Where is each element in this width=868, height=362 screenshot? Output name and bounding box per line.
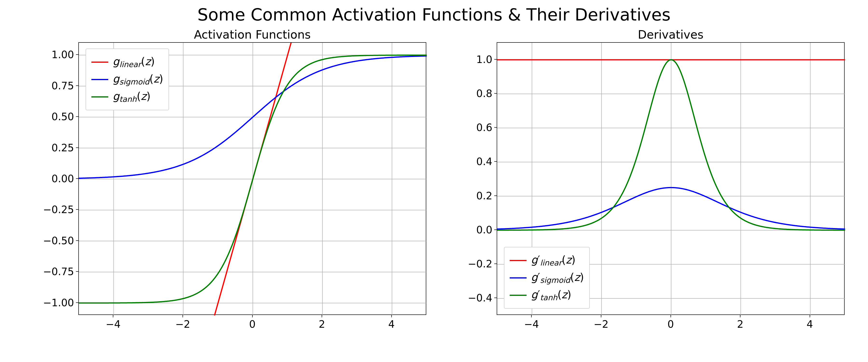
y-tick-label: −1.00: [43, 297, 74, 308]
legend-swatch: [510, 295, 527, 296]
y-tick-mark: [76, 302, 79, 303]
y-tick-label: 0.8: [476, 87, 492, 99]
y-tick-label: 0.25: [51, 142, 74, 154]
y-tick-mark: [76, 178, 79, 179]
legend-label: glinear(z): [113, 55, 155, 69]
y-tick-mark: [494, 161, 497, 162]
x-tick-mark: [322, 315, 322, 317]
y-tick-label: −0.2: [468, 258, 492, 270]
legend-swatch: [510, 260, 527, 261]
y-tick-mark: [494, 93, 497, 94]
x-tick-label: 2: [737, 318, 744, 330]
x-tick-mark: [601, 315, 601, 317]
y-tick-label: 0.75: [51, 80, 74, 91]
y-tick-label: −0.25: [43, 204, 74, 216]
legend-label: g′sigmoid(z): [531, 271, 584, 284]
y-tick-mark: [494, 59, 497, 60]
x-tick-label: −2: [175, 318, 190, 330]
x-tick-mark: [740, 315, 740, 317]
x-tick-label: −4: [524, 318, 539, 330]
y-tick-label: −0.75: [43, 266, 74, 278]
legend-label: g′tanh(z): [531, 288, 571, 302]
y-tick-label: −0.50: [43, 234, 74, 246]
x-tick-label: −2: [594, 318, 609, 330]
legend-item: g′sigmoid(z): [510, 269, 584, 286]
y-tick-mark: [76, 54, 79, 55]
figure: Some Common Activation Functions & Their…: [0, 0, 868, 362]
y-tick-mark: [76, 240, 79, 241]
legend-label: gsigmoid(z): [113, 73, 163, 86]
x-tick-label: 0: [668, 318, 674, 330]
x-tick-mark: [671, 315, 671, 317]
left-subplot-title: Activation Functions: [79, 28, 426, 41]
x-tick-mark: [252, 315, 253, 317]
legend-swatch: [91, 61, 108, 63]
legend-swatch: [91, 96, 108, 98]
right-legend: g′linear(z)g′sigmoid(z)g′tanh(z): [504, 247, 590, 309]
y-tick-mark: [494, 229, 497, 230]
y-tick-mark: [494, 127, 497, 128]
y-tick-mark: [494, 263, 497, 264]
y-tick-label: 0.50: [51, 111, 74, 122]
legend-item: glinear(z): [91, 53, 163, 71]
legend-label: g′linear(z): [531, 254, 576, 267]
y-tick-mark: [494, 298, 497, 298]
legend-item: g′tanh(z): [510, 286, 584, 304]
y-tick-mark: [76, 271, 79, 272]
y-tick-label: 0.0: [476, 224, 492, 235]
y-tick-mark: [76, 85, 79, 86]
x-tick-mark: [183, 315, 183, 317]
x-tick-mark: [113, 315, 113, 317]
x-tick-label: −4: [105, 318, 121, 330]
legend-swatch: [510, 277, 527, 278]
legend-swatch: [91, 79, 108, 80]
y-tick-label: 1.00: [51, 49, 74, 61]
y-tick-label: 0.00: [51, 173, 74, 185]
y-tick-label: −0.4: [468, 292, 492, 304]
x-tick-label: 4: [807, 318, 813, 330]
x-tick-label: 4: [388, 318, 395, 330]
x-tick-mark: [531, 315, 532, 317]
figure-suptitle: Some Common Activation Functions & Their…: [0, 5, 868, 25]
right-subplot-title: Derivatives: [497, 28, 845, 41]
left-axes: glinear(z)gsigmoid(z)gtanh(z): [79, 42, 426, 315]
y-tick-label: 0.4: [476, 156, 492, 167]
y-tick-mark: [76, 209, 79, 210]
right-axes: g′linear(z)g′sigmoid(z)g′tanh(z): [497, 42, 845, 315]
y-tick-label: 0.6: [476, 122, 492, 134]
x-tick-label: 2: [319, 318, 325, 330]
y-tick-label: 0.2: [476, 190, 492, 201]
legend-item: gsigmoid(z): [91, 71, 163, 88]
x-tick-label: 0: [249, 318, 255, 330]
y-tick-mark: [76, 116, 79, 117]
legend-item: g′linear(z): [510, 252, 584, 269]
left-legend: glinear(z)gsigmoid(z)gtanh(z): [86, 49, 169, 110]
y-tick-mark: [76, 147, 79, 148]
x-tick-mark: [810, 315, 810, 317]
y-tick-mark: [494, 195, 497, 196]
legend-label: gtanh(z): [113, 90, 151, 104]
y-tick-label: 1.0: [476, 53, 492, 65]
x-tick-mark: [391, 315, 392, 317]
legend-item: gtanh(z): [91, 88, 163, 106]
